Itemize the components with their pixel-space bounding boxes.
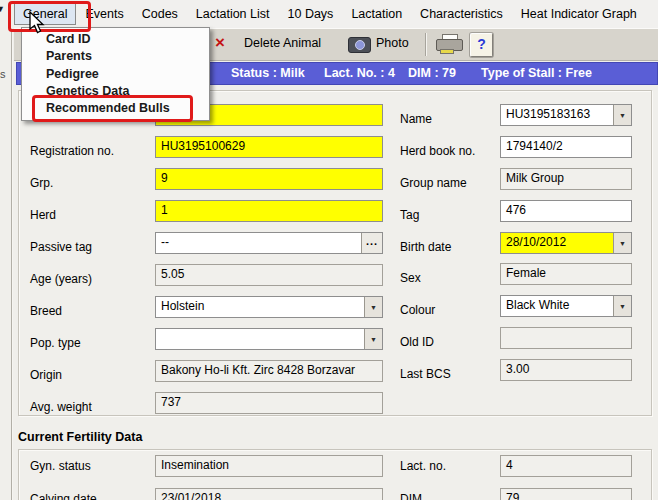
menu-item-genetics-data[interactable]: Genetics Data [46, 83, 129, 100]
grp-label: Grp. [30, 172, 53, 194]
group-name-field: Milk Group [500, 168, 632, 190]
herd-label: Herd [30, 204, 56, 226]
delete-animal-button[interactable]: Delete Animal [244, 36, 321, 50]
dim-label: DIM [400, 488, 422, 500]
avg-weight-label: Avg. weight [30, 396, 92, 418]
colour-combobox[interactable]: Black White ▼ [500, 295, 632, 317]
passive-tag-value[interactable]: -- [156, 233, 361, 253]
gyn-status-field: Insemination [155, 455, 383, 477]
pop-type-combobox[interactable]: ▼ [155, 328, 383, 350]
menu-item-pedigree[interactable]: Pedigree [46, 66, 99, 83]
herd-book-no-field[interactable]: 1794140/2 [500, 136, 632, 158]
tag-label: Tag [400, 204, 419, 226]
passive-tag-browse-button[interactable]: ... [361, 233, 382, 253]
menu-item-parents[interactable]: Parents [46, 48, 92, 65]
name-dropdown-button[interactable]: ▼ [613, 105, 631, 125]
menu-10-days[interactable]: 10 Days [279, 3, 343, 25]
menu-events[interactable]: Events [76, 3, 132, 25]
status-milk: Status : Milk [231, 66, 305, 80]
printer-slot [440, 49, 454, 54]
breed-dropdown-button[interactable]: ▼ [364, 297, 382, 317]
colour-value[interactable]: Black White [501, 296, 613, 316]
camera-icon [348, 37, 371, 53]
tag-field[interactable]: 476 [500, 200, 632, 222]
gyn-status-label: Gyn. status [30, 455, 91, 477]
birth-date-picker[interactable]: 28/10/2012 ▼ [500, 232, 632, 254]
birth-date-value[interactable]: 28/10/2012 [501, 233, 613, 253]
photo-button[interactable]: Photo [376, 36, 409, 50]
menu-lactation-list[interactable]: Lactation List [187, 3, 279, 25]
lact-no-field: 4 [500, 455, 632, 477]
birth-date-dropdown-button[interactable]: ▼ [613, 233, 631, 253]
calving-date-field: 23/01/2018 [155, 488, 383, 500]
birth-date-label: Birth date [400, 236, 451, 258]
status-stall-type: Type of Stall : Free [481, 66, 592, 80]
colour-dropdown-button[interactable]: ▼ [613, 296, 631, 316]
breed-label: Breed [30, 300, 62, 322]
herd-field[interactable]: 1 [155, 200, 383, 222]
menu-bar: General Events Codes Lactation List 10 D… [14, 0, 658, 28]
pop-type-dropdown-button[interactable]: ▼ [364, 329, 382, 349]
pop-type-label: Pop. type [30, 332, 81, 354]
help-button[interactable]: ? [470, 33, 493, 57]
lact-no-label: Lact. no. [400, 455, 446, 477]
chevron-down-icon: ▼ [619, 297, 626, 316]
age-field: 5.05 [155, 264, 383, 286]
pop-type-value[interactable] [156, 329, 364, 349]
passive-tag-field[interactable]: -- ... [155, 232, 383, 254]
name-label: Name [400, 108, 432, 130]
camera-lens [355, 40, 365, 50]
menu-characteristics[interactable]: Characteristics [411, 3, 512, 25]
sex-label: Sex [400, 267, 421, 289]
age-label: Age (years) [30, 268, 92, 290]
status-dim: DIM : 79 [408, 66, 456, 80]
print-button[interactable] [436, 34, 463, 54]
origin-field: Bakony Ho-li Kft. Zirc 8428 Borzavar [155, 360, 383, 382]
breed-value[interactable]: Holstein [156, 297, 364, 317]
menu-lactation[interactable]: Lactation [342, 3, 411, 25]
grp-field[interactable]: 9 [155, 168, 383, 190]
menu-general[interactable]: General [14, 3, 76, 25]
sex-field: Female [500, 263, 632, 285]
name-combobox[interactable]: HU3195183163 ▼ [500, 104, 632, 126]
name-value[interactable]: HU3195183163 [501, 105, 613, 125]
fertility-section-title: Current Fertility Data [18, 430, 142, 444]
general-dropdown-menu: Card ID Parents Pedigree Genetics Data R… [21, 27, 210, 121]
status-lact-no: Lact. No. : 4 [324, 66, 395, 80]
breed-combobox[interactable]: Holstein ▼ [155, 296, 383, 318]
last-bcs-label: Last BCS [400, 363, 451, 385]
chevron-down-icon: ▼ [619, 234, 626, 253]
old-id-field [500, 327, 632, 349]
menu-item-card-id[interactable]: Card ID [46, 31, 90, 48]
dim-field: 79 [500, 488, 632, 500]
left-panel-text-fragment: s [0, 68, 6, 80]
toolbar-separator [425, 33, 427, 56]
window-caret-icon: ▼ [0, 4, 5, 14]
menu-heat-indicator-graph[interactable]: Heat Indicator Graph [512, 3, 646, 25]
colour-label: Colour [400, 299, 435, 321]
origin-label: Origin [30, 364, 62, 386]
registration-no-field[interactable]: HU3195100629 [155, 136, 383, 158]
chevron-down-icon: ▼ [619, 106, 626, 125]
old-id-label: Old ID [400, 331, 434, 353]
panel-divider [11, 30, 13, 500]
chevron-down-icon: ▼ [370, 298, 377, 317]
delete-x-icon: × [215, 32, 225, 54]
menu-codes[interactable]: Codes [133, 3, 187, 25]
registration-no-label: Registration no. [30, 140, 114, 162]
passive-tag-label: Passive tag [30, 236, 92, 258]
herd-book-no-label: Herd book no. [400, 140, 475, 162]
menu-item-recommended-bulls[interactable]: Recommended Bulls [46, 100, 170, 117]
chevron-down-icon: ▼ [370, 330, 377, 349]
calving-date-label: Calving date [30, 488, 97, 500]
last-bcs-field: 3.00 [500, 359, 632, 381]
avg-weight-field: 737 [155, 392, 383, 414]
group-name-label: Group name [400, 172, 467, 194]
